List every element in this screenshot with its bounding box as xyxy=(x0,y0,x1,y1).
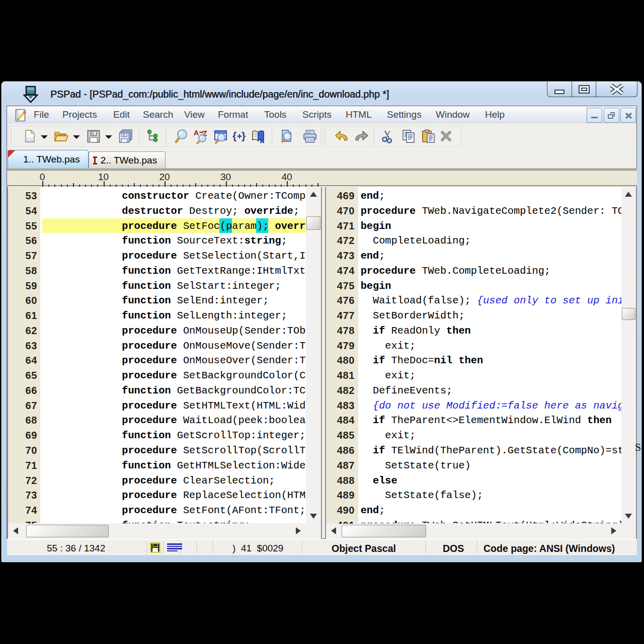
svg-text:}: } xyxy=(242,130,246,141)
svg-text:{: { xyxy=(232,130,236,141)
svg-text:A: A xyxy=(194,129,199,137)
